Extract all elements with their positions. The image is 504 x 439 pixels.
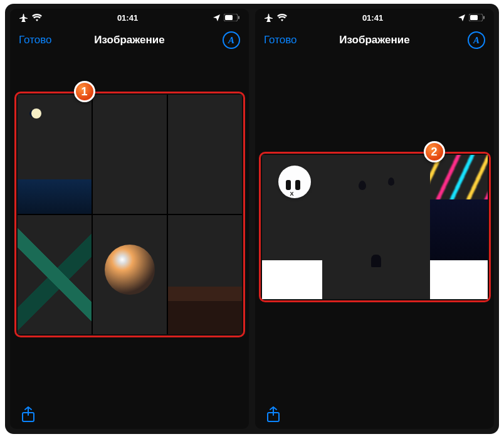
strip-column: [430, 155, 488, 299]
strip-tile: [430, 155, 488, 260]
screenshot-pair: 01:41 Готово Изображение A 1: [5, 4, 499, 434]
strip-tile: [262, 155, 322, 260]
wifi-icon: [277, 14, 287, 21]
phone-screen-2: 01:41 Готово Изображение A 2: [255, 9, 494, 429]
preview-area[interactable]: 2: [255, 54, 494, 400]
nav-bar: Готово Изображение A: [255, 26, 494, 54]
status-time: 01:41: [362, 13, 383, 23]
battery-icon: [224, 14, 240, 21]
callout-1: 1: [74, 81, 95, 102]
nav-bar: Готово Изображение A: [10, 26, 249, 54]
markup-icon: A: [228, 35, 234, 46]
status-bar: 01:41: [255, 9, 494, 26]
grid-tile: [18, 95, 92, 214]
highlight-box-2: 2: [259, 152, 491, 302]
airplane-mode-icon: [264, 14, 273, 22]
strip-column: [322, 155, 430, 299]
svg-rect-1: [225, 15, 233, 20]
phone-screen-1: 01:41 Готово Изображение A 1: [10, 9, 249, 429]
status-time: 01:41: [117, 13, 138, 23]
share-button[interactable]: [21, 406, 35, 423]
svg-rect-6: [483, 16, 485, 19]
strip-tile: [322, 155, 430, 299]
strip-column: [262, 155, 322, 299]
done-button[interactable]: Готово: [264, 34, 297, 46]
bottom-toolbar: [10, 400, 249, 429]
done-button[interactable]: Готово: [19, 34, 52, 46]
highlight-box-1: 1: [14, 92, 245, 337]
preview-area[interactable]: 1: [10, 54, 249, 400]
grid-tile: [93, 95, 167, 214]
location-icon: [213, 14, 220, 21]
markup-button[interactable]: A: [468, 31, 485, 49]
bottom-toolbar: [255, 400, 494, 429]
grid-tile: [168, 215, 242, 334]
strip-blank: [262, 260, 322, 299]
image-strip: [262, 155, 488, 299]
location-icon: [458, 14, 465, 21]
markup-icon: A: [473, 35, 480, 46]
grid-tile: [168, 95, 242, 214]
airplane-mode-icon: [19, 14, 28, 22]
grid-tile: [93, 215, 167, 334]
strip-blank: [430, 260, 488, 299]
share-button[interactable]: [266, 406, 280, 423]
svg-rect-5: [470, 15, 478, 20]
svg-rect-2: [238, 16, 239, 19]
status-bar: 01:41: [10, 9, 249, 26]
callout-2: 2: [424, 141, 445, 162]
battery-icon: [469, 14, 485, 21]
markup-button[interactable]: A: [223, 31, 240, 49]
grid-tile: [18, 215, 92, 334]
image-grid: [18, 95, 242, 334]
wifi-icon: [32, 14, 42, 21]
